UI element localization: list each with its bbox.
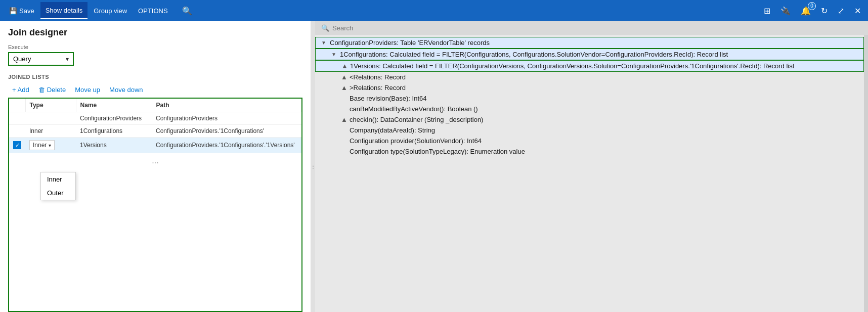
row2-type: Inner <box>25 125 76 138</box>
group-view-button[interactable]: Group view <box>89 2 132 19</box>
tree-label-9: Configuration provider(SolutionVendor): … <box>350 137 482 145</box>
right-panel-inner: ▼ ConfigurationProviders: Table 'ERVendo… <box>315 35 868 312</box>
tree-label-7: checkIn(): DataContainer (String _descri… <box>350 116 483 123</box>
options-button[interactable]: OPTIONS <box>133 2 173 19</box>
row1-path: ConfigurationProviders <box>152 112 301 125</box>
row1-type <box>25 112 76 125</box>
delete-button[interactable]: 🗑 Delete <box>34 84 70 96</box>
close-button[interactable]: ✕ <box>851 4 864 18</box>
add-label: + Add <box>12 86 29 94</box>
joined-lists-label: JOINED LISTS <box>0 70 311 82</box>
dropdown-inner[interactable]: Inner <box>41 172 75 186</box>
top-bar: 💾 Save Show details Group view OPTIONS 🔍… <box>0 0 868 21</box>
tree-arrow-1: ▼ <box>330 52 338 57</box>
table-wrapper: Type Name Path ConfigurationProviders Co… <box>8 98 302 312</box>
tree-label-1: 1Configurations: Calculated field = FILT… <box>340 51 728 58</box>
tree-item-0[interactable]: ▼ ConfigurationProviders: Table 'ERVendo… <box>315 37 864 49</box>
table-header-row: Type Name Path <box>9 99 301 112</box>
tree-item-10[interactable]: Configuration type(SolutionTypeLegacy): … <box>315 146 864 157</box>
table-row[interactable]: ConfigurationProviders ConfigurationProv… <box>9 112 301 125</box>
row3-check: ✓ <box>9 138 25 153</box>
tree-label-2: 1Versions: Calculated field = FILTER(Con… <box>350 62 794 70</box>
checked-icon: ✓ <box>13 141 21 149</box>
tree-item-5[interactable]: Base revision(Base): Int64 <box>315 93 864 104</box>
topbar-search-button[interactable]: 🔍 <box>178 4 196 18</box>
refresh-button[interactable]: ↻ <box>818 4 831 18</box>
move-down-label: Move down <box>109 86 143 94</box>
show-details-label: Show details <box>46 7 83 14</box>
group-view-label: Group view <box>94 7 127 15</box>
row3-type-select[interactable]: Inner ▾ <box>29 140 55 150</box>
row3-type-value: Inner <box>33 142 47 149</box>
tree-label-8: Company(dataAreaId): String <box>350 126 435 134</box>
vertical-scrollbar[interactable] <box>864 35 868 312</box>
tree-arrow-7: ▶ <box>341 116 346 124</box>
move-down-button[interactable]: Move down <box>105 84 147 96</box>
tree-arrow-0: ▼ <box>320 40 328 46</box>
tree-label-6: canBeModifiedByActiveVendor(): Boolean (… <box>350 105 478 113</box>
tree-item-3[interactable]: ▶ <Relations: Record <box>315 72 864 82</box>
save-icon: 💾 <box>9 7 17 15</box>
search-input[interactable] <box>332 24 862 32</box>
tree-item-4[interactable]: ▶ >Relations: Record <box>315 82 864 93</box>
tree-arrow-4: ▶ <box>341 84 346 92</box>
tree-label-5: Base revision(Base): Int64 <box>350 95 426 102</box>
main-layout: Join designer Execute Query ▾ JOINED LIS… <box>0 21 868 312</box>
execute-label: Execute <box>8 44 302 50</box>
options-label: OPTIONS <box>138 7 168 15</box>
right-panel: 🔍 ▼ ConfigurationProviders: Table 'ERVen… <box>315 21 868 312</box>
delete-icon: 🗑 <box>38 86 45 94</box>
row3-name: 1Versions <box>76 138 152 153</box>
tree-arrow-2: ▶ <box>341 62 347 70</box>
row3-path: ConfigurationProviders.'1Configurations'… <box>152 138 301 153</box>
tree-item-1[interactable]: ▼ 1Configurations: Calculated field = FI… <box>315 49 864 60</box>
show-details-button[interactable]: Show details <box>40 2 88 19</box>
execute-select[interactable]: Query <box>13 55 62 63</box>
move-up-label: Move up <box>75 86 100 94</box>
row1-check <box>9 112 25 125</box>
add-button[interactable]: + Add <box>8 84 33 96</box>
col-type: Type <box>25 99 76 112</box>
tree-label-0: ConfigurationProviders: Table 'ERVendorT… <box>330 39 490 47</box>
panel-title: Join designer <box>8 27 302 38</box>
tree-item-9[interactable]: Configuration provider(SolutionVendor): … <box>315 136 864 146</box>
joined-lists-table: Type Name Path ConfigurationProviders Co… <box>9 99 301 153</box>
panel-resizer[interactable]: ⋮ <box>311 21 315 312</box>
row2-name: 1Configurations <box>76 125 152 138</box>
search-icon: 🔍 <box>321 24 329 32</box>
tree-label-3: <Relations: Record <box>350 73 406 81</box>
grid-icon-button[interactable]: ⊞ <box>761 4 773 18</box>
tree-item-2[interactable]: ▶ 1Versions: Calculated field = FILTER(C… <box>315 60 864 72</box>
tree-item-6[interactable]: canBeModifiedByActiveVendor(): Boolean (… <box>315 104 864 114</box>
col-check <box>9 99 25 112</box>
execute-select-wrapper[interactable]: Query ▾ <box>8 52 74 66</box>
panel-header: Join designer Execute Query ▾ <box>0 21 311 70</box>
tree-item-7[interactable]: ▶ checkIn(): DataContainer (String _desc… <box>315 114 864 125</box>
tree-item-8[interactable]: Company(dataAreaId): String <box>315 125 864 136</box>
chevron-down-icon: ▾ <box>66 56 69 63</box>
dropdown-outer[interactable]: Outer <box>41 186 75 200</box>
expand-button[interactable]: ⤢ <box>835 4 847 18</box>
topbar-right: ⊞ 🔌 🔔 0 ↻ ⤢ ✕ <box>761 4 864 18</box>
extension-icon-button[interactable]: 🔌 <box>777 4 794 18</box>
table-row[interactable]: ✓ Inner ▾ 1Versions ConfigurationProvide… <box>9 138 301 153</box>
save-label: Save <box>19 7 34 15</box>
row3-type[interactable]: Inner ▾ <box>25 138 76 153</box>
row1-name: ConfigurationProviders <box>76 112 152 125</box>
tree-arrow-3: ▶ <box>341 73 346 81</box>
col-name: Name <box>76 99 152 112</box>
toolbar: + Add 🗑 Delete Move up Move down <box>0 82 311 98</box>
tree-label-10: Configuration type(SolutionTypeLegacy): … <box>350 148 525 155</box>
table-dots: ... <box>9 153 301 168</box>
row2-check <box>9 125 25 138</box>
move-up-button[interactable]: Move up <box>71 84 104 96</box>
search-bar: 🔍 <box>315 21 868 35</box>
row3-chevron-icon: ▾ <box>49 143 51 148</box>
col-path: Path <box>152 99 301 112</box>
tree-container[interactable]: ▼ ConfigurationProviders: Table 'ERVendo… <box>315 35 864 312</box>
table-row[interactable]: Inner 1Configurations ConfigurationProvi… <box>9 125 301 138</box>
save-button[interactable]: 💾 Save <box>4 2 39 19</box>
notification-count: 0 <box>808 2 816 10</box>
row2-path: ConfigurationProviders.'1Configurations' <box>152 125 301 138</box>
type-dropdown: Inner Outer <box>40 172 76 200</box>
